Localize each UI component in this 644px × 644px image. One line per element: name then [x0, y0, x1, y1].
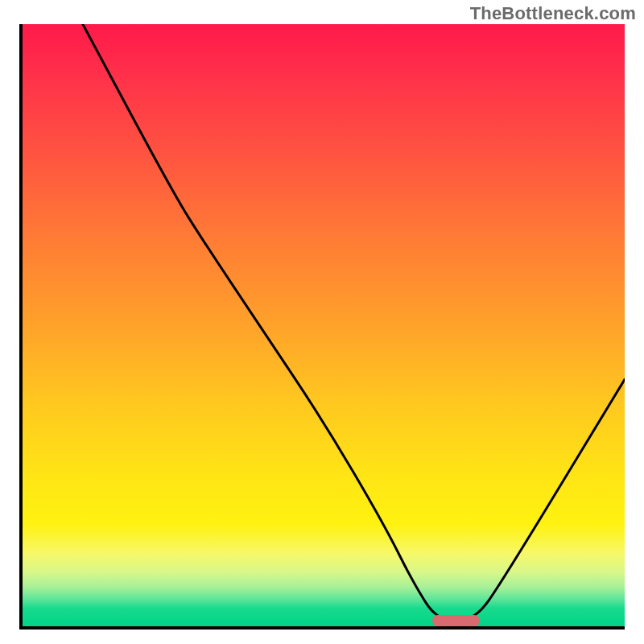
- curve-path: [83, 24, 625, 621]
- watermark-text: TheBottleneck.com: [470, 3, 636, 24]
- bottleneck-curve: [23, 24, 625, 626]
- plot-area: [19, 24, 625, 630]
- bottleneck-marker: [432, 615, 481, 626]
